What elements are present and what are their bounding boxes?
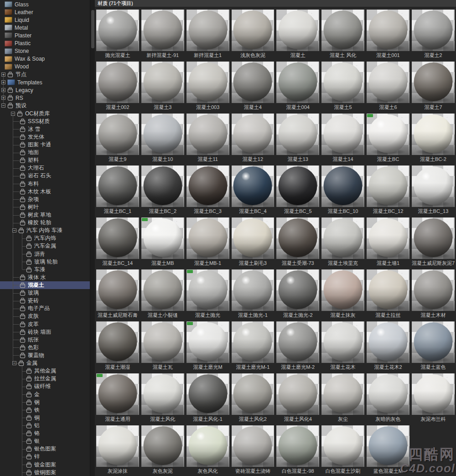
sidebar-item[interactable]: 银 [0,437,90,445]
sidebar-item[interactable]: +Templates [0,78,90,86]
material-item[interactable]: 灰色灰泥 [141,425,184,475]
material-item[interactable]: 混凝土BC_13 [412,166,455,215]
material-item[interactable]: 混凝土2 [412,10,455,59]
sidebar-item[interactable]: Wood [0,63,90,71]
sidebar-item[interactable]: 皮肤 [0,312,90,320]
sidebar-item[interactable]: 覆盖物 [0,352,90,359]
material-item[interactable]: 浅灰色灰泥 [232,10,275,59]
material-item[interactable]: 灰泥布兰科 [412,373,455,423]
material-item[interactable]: 混凝土风化 [141,373,184,423]
material-item[interactable]: 混凝土蓝色 [412,321,455,371]
material-item[interactable]: 混凝土风化4 [276,373,319,423]
sidebar-item[interactable]: 碳纤维 [0,383,90,390]
material-item[interactable]: 混凝土003 [187,62,229,111]
sidebar-item[interactable]: 锌 [0,453,90,460]
material-item[interactable]: 混凝土5 [321,62,364,111]
material-item[interactable]: 混凝土威尼斯灰泥7 [412,217,455,267]
sidebar-item[interactable]: 树叶 [0,203,90,211]
material-item[interactable]: 混凝土14 [321,114,364,163]
material-item[interactable]: 灰暗的灰色 [367,373,409,423]
sidebar-item[interactable]: 铁 [0,406,90,414]
sidebar-item[interactable]: 橡胶 轮胎 [0,219,90,227]
material-item[interactable]: 灰尘 [321,373,364,423]
sidebar-item[interactable]: 冰 雪 [0,125,90,133]
sidebar-item[interactable]: 铝 [0,422,90,429]
material-item[interactable]: 新拌混凝土-91 [141,10,184,59]
material-item[interactable]: 白色混凝土-98 [276,425,319,475]
material-item[interactable]: 混凝土磨光M [187,321,229,371]
material-item[interactable]: 混凝土威尼斯石膏 [96,269,139,319]
sidebar-item[interactable]: 木纹 木板 [0,188,90,196]
material-item[interactable]: 瓷砖混凝土浇铸 [232,425,275,475]
material-item[interactable]: 混凝土004 [276,62,319,111]
material-item[interactable]: 混凝土13 [276,114,319,163]
sidebar-item[interactable]: 汽车金属 [0,242,90,250]
material-item[interactable]: 混凝土风化-1 [187,373,229,423]
sidebar-item[interactable]: −预设 [0,102,90,109]
material-item[interactable]: 混凝土BC_3 [187,166,229,215]
sidebar-item[interactable]: 镀铜图案 [0,469,90,476]
expand-toggle-icon[interactable]: − [1,103,5,108]
sidebar-item[interactable]: Plaster [0,31,90,39]
material-item[interactable]: 混凝土潮湿 [96,321,139,371]
expand-toggle-icon[interactable]: + [1,72,5,77]
sidebar-item[interactable]: 车漆 [0,266,90,274]
material-item[interactable]: 混凝土木材 [412,269,455,319]
sidebar-item[interactable]: 其他金属 [0,367,90,375]
material-item[interactable]: 混凝土BC_1 [96,166,139,215]
material-item[interactable]: 混凝土BC_10 [321,166,364,215]
sidebar-item[interactable]: 金 [0,390,90,398]
sidebar-item[interactable]: +Legacy [0,86,90,94]
sidebar-item[interactable]: 图案 卡通 [0,141,90,149]
sidebar-item[interactable]: Liquid [0,16,90,24]
material-item[interactable]: 混凝土刷毛3 [232,217,275,267]
sidebar-item[interactable]: Wax & Soap [0,55,90,63]
sidebar-item[interactable]: 杂项 [0,196,90,203]
material-item[interactable]: 混凝土抛光-1 [232,269,275,319]
sidebar-item[interactable]: Stone [0,47,90,55]
expand-toggle-icon[interactable]: − [12,228,16,233]
material-item[interactable]: 混凝土9 [96,114,139,163]
expand-toggle-icon[interactable]: + [1,96,5,100]
material-item[interactable]: 混凝土001 [367,10,409,59]
expand-toggle-icon[interactable]: − [12,361,16,365]
sidebar-item[interactable]: 发光体 [0,133,90,141]
sidebar-item[interactable]: 铜 [0,414,90,422]
material-item[interactable]: 混凝土BC_5 [276,166,319,215]
sidebar-item[interactable]: 砖块 墙面 [0,328,90,336]
material-item[interactable]: 混凝土埃里克 [321,217,364,267]
material-item[interactable]: 混凝土磨光M-2 [276,321,319,371]
sidebar-item[interactable]: 色彩 [0,344,90,352]
material-item[interactable]: 混凝土花木 [321,321,364,371]
material-item[interactable]: 混凝土002 [96,62,139,111]
sidebar-item[interactable]: 银色图案 [0,445,90,453]
material-item[interactable]: 混凝土墙1 [367,217,409,267]
material-item[interactable]: 灰泥涂抹 [96,425,139,475]
sidebar-item[interactable]: 镀金图案 [0,460,90,468]
material-item[interactable]: 混凝土 [276,10,319,59]
material-item[interactable]: 抛光混凝土 [96,10,139,59]
material-item[interactable]: 混凝土拉丝 [367,269,409,319]
material-item[interactable]: 混凝土BC-2 [412,114,455,163]
material-item[interactable]: 混凝土通用 [96,373,139,423]
sidebar-item[interactable]: Glass [0,0,90,8]
material-item[interactable]: 混凝土BC_14 [96,217,139,267]
sidebar-item[interactable]: 地面 [0,149,90,156]
sidebar-scrollbar[interactable] [90,0,95,476]
sidebar-item[interactable]: 树皮 草地 [0,211,90,219]
sidebar-item[interactable]: 拉丝金属 [0,375,90,383]
material-item[interactable]: 混凝土6 [367,62,409,111]
expand-toggle-icon[interactable]: + [1,88,5,92]
sidebar-item[interactable]: 皮革 [0,320,90,328]
material-item[interactable]: 混凝土花木2 [367,321,409,371]
material-item[interactable]: 混凝土小裂缝 [141,269,184,319]
expand-toggle-icon[interactable]: + [1,80,5,84]
sidebar-item-selected[interactable]: 混凝土 [0,281,90,289]
sidebar-item[interactable]: 玻璃 轮胎 [0,258,90,266]
sidebar-item[interactable]: 沥青 [0,250,90,258]
material-item[interactable]: 混凝土瓦 [141,321,184,371]
sidebar-item[interactable]: 布料 [0,180,90,188]
sidebar-scrollbar-thumb[interactable] [91,10,94,48]
material-item[interactable]: 混凝土3 [141,62,184,111]
material-item[interactable]: 混凝土BC_4 [232,166,275,215]
